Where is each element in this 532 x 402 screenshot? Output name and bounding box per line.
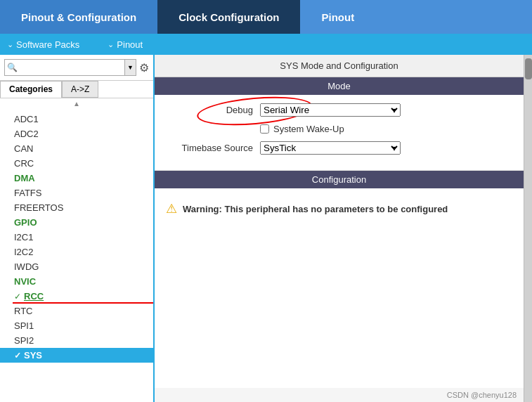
- config-content: ⚠ Warning: This peripheral has no parame…: [155, 188, 524, 229]
- system-wakeup-label: System Wake-Up: [273, 124, 344, 134]
- timebase-select-wrapper: SysTick TIM1 TIM2: [260, 141, 401, 155]
- sidebar-item-spi1[interactable]: SPI1: [0, 318, 153, 333]
- sidebar-item-rtc[interactable]: RTC: [0, 304, 153, 318]
- timebase-label: Timebase Source: [169, 143, 253, 153]
- scroll-up-indicator: ▲: [0, 98, 153, 109]
- software-packs-nav[interactable]: ⌄ Software Packs: [7, 39, 79, 50]
- search-input-wrapper[interactable]: 🔍 ▼: [4, 59, 136, 76]
- debug-select-wrapper: Serial Wire No Debug Trace Asynchronous …: [260, 103, 401, 117]
- mode-section-header: Mode: [155, 77, 524, 95]
- tab-az[interactable]: A->Z: [62, 81, 98, 98]
- mode-section: Mode Debug Serial Wire No Debug Trace As…: [155, 77, 524, 171]
- search-bar: 🔍 ▼ ⚙: [0, 55, 153, 81]
- sidebar-item-i2c1[interactable]: I2C1: [0, 230, 153, 245]
- sidebar-item-spi2[interactable]: SPI2: [0, 333, 153, 348]
- sidebar-item-fatfs[interactable]: FATFS: [0, 186, 153, 200]
- chevron-down-icon: ⌄: [7, 40, 13, 49]
- clock-config-tab[interactable]: Clock Configuration: [157, 0, 300, 34]
- search-icon: 🔍: [5, 63, 20, 72]
- debug-row: Debug Serial Wire No Debug Trace Asynchr…: [169, 103, 510, 117]
- timebase-row: Timebase Source SysTick TIM1 TIM2: [169, 141, 510, 155]
- debug-select[interactable]: Serial Wire No Debug Trace Asynchronous …: [260, 103, 401, 117]
- sidebar-item-sys[interactable]: ✓ SYS: [0, 348, 153, 363]
- sub-nav: ⌄ Software Packs ⌄ Pinout: [0, 34, 532, 55]
- sidebar-item-adc1[interactable]: ADC1: [0, 112, 153, 127]
- warning-icon: ⚠: [166, 201, 177, 216]
- search-dropdown-button[interactable]: ▼: [124, 60, 136, 75]
- check-icon-rcc: ✓: [14, 292, 21, 302]
- timebase-select[interactable]: SysTick TIM1 TIM2: [260, 141, 401, 155]
- sidebar-item-freertos[interactable]: FREERTOS: [0, 200, 153, 215]
- chevron-down-icon: ⌄: [108, 40, 114, 49]
- sidebar-item-iwdg[interactable]: IWDG: [0, 259, 153, 274]
- warning-text: Warning: This peripheral has no paramete…: [183, 204, 448, 214]
- sidebar-list: ADC1 ADC2 CAN CRC DMA FATFS FREERTOS GPI…: [0, 109, 153, 402]
- system-wakeup-row: System Wake-Up: [169, 124, 510, 134]
- mode-content: Debug Serial Wire No Debug Trace Asynchr…: [155, 95, 524, 170]
- top-nav: Pinout & Configuration Clock Configurati…: [0, 0, 532, 34]
- content-area: SYS Mode and Configuration Mode Debug Se…: [155, 55, 524, 402]
- pinout-config-tab[interactable]: Pinout & Configuration: [0, 0, 157, 34]
- config-section: Configuration ⚠ Warning: This peripheral…: [155, 171, 524, 388]
- watermark: CSDN @chenyu128: [155, 388, 524, 402]
- sidebar-item-nvic[interactable]: NVIC: [0, 274, 153, 289]
- sidebar-item-crc[interactable]: CRC: [0, 156, 153, 171]
- sidebar-item-rcc[interactable]: ✓ RCC: [0, 289, 153, 304]
- sidebar-item-can[interactable]: CAN: [0, 141, 153, 156]
- sidebar-item-i2c2[interactable]: I2C2: [0, 245, 153, 259]
- sidebar: 🔍 ▼ ⚙ Categories A->Z ▲ ADC1 ADC2 CAN: [0, 55, 155, 402]
- gear-icon[interactable]: ⚙: [139, 61, 149, 74]
- debug-label: Debug: [169, 105, 253, 115]
- system-wakeup-checkbox[interactable]: [260, 124, 269, 134]
- sidebar-item-adc2[interactable]: ADC2: [0, 127, 153, 141]
- tab-categories[interactable]: Categories: [0, 81, 62, 98]
- main-layout: 🔍 ▼ ⚙ Categories A->Z ▲ ADC1 ADC2 CAN: [0, 55, 532, 402]
- search-input[interactable]: [20, 63, 124, 72]
- pinout-nav[interactable]: ⌄ Pinout: [108, 39, 143, 50]
- warning-row: ⚠ Warning: This peripheral has no parame…: [166, 195, 512, 222]
- sidebar-item-gpio[interactable]: GPIO: [0, 215, 153, 230]
- right-scrollbar[interactable]: [524, 55, 532, 402]
- config-section-header: Configuration: [155, 171, 524, 188]
- scrollbar-thumb[interactable]: [525, 58, 532, 79]
- pinout-tab[interactable]: Pinout: [300, 0, 375, 34]
- category-tabs: Categories A->Z: [0, 81, 153, 98]
- sidebar-item-dma[interactable]: DMA: [0, 171, 153, 186]
- check-icon-sys: ✓: [14, 351, 21, 361]
- content-title: SYS Mode and Configuration: [155, 55, 524, 77]
